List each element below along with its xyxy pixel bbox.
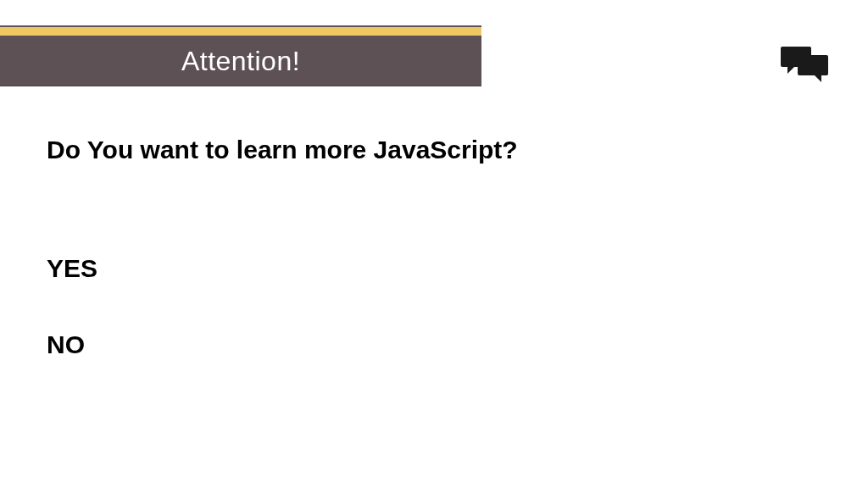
accent-stripe bbox=[0, 25, 481, 37]
header-container: Attention! bbox=[0, 25, 481, 86]
title-bar: Attention! bbox=[0, 37, 481, 86]
question-text: Do You want to learn more JavaScript? bbox=[47, 136, 518, 164]
option-yes-button[interactable]: YES bbox=[47, 254, 97, 283]
chat-bubbles-icon bbox=[781, 47, 830, 82]
option-no-button[interactable]: NO bbox=[47, 330, 85, 359]
svg-marker-1 bbox=[787, 65, 796, 74]
svg-rect-2 bbox=[798, 55, 828, 75]
slide-title: Attention! bbox=[181, 46, 300, 77]
svg-marker-3 bbox=[813, 74, 821, 82]
